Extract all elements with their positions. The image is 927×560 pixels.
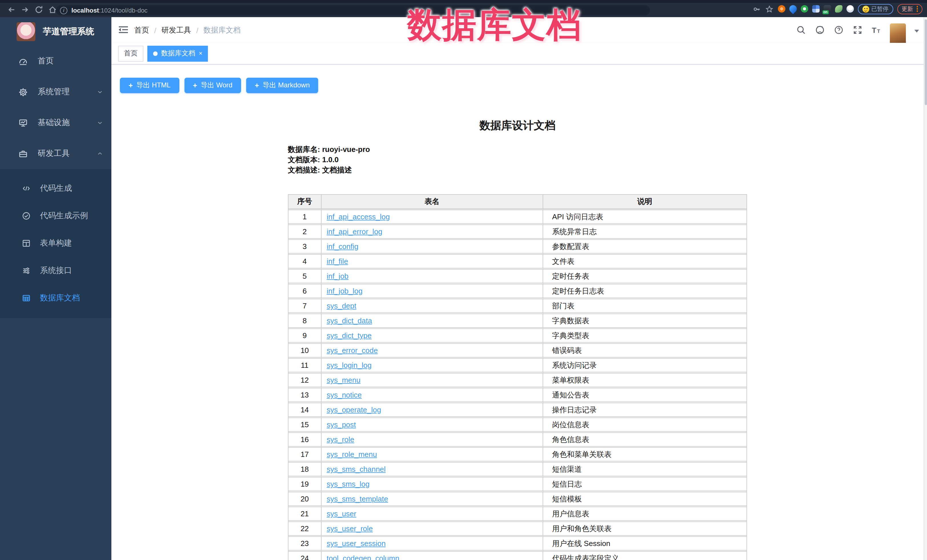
table-name-link[interactable]: sys_dept [327,302,356,310]
key-icon[interactable] [752,5,761,13]
green-leaf-extension-icon[interactable] [835,5,842,12]
address-bar[interactable]: i localhost:1024/tool/db-doc [56,5,650,15]
database-document: 数据库设计文档 数据库名: ruoyi-vue-pro 文档版本: 1.0.0 … [288,118,747,560]
reload-icon[interactable] [34,5,43,14]
table-row: 2inf_api_error_log系统异常日志 [289,225,746,240]
sidebar-item-api[interactable]: 系统接口 [0,257,111,284]
table-row: 4inf_file文件表 [289,255,746,270]
table-name-link[interactable]: inf_api_error_log [327,227,382,236]
app-logo-row[interactable]: 芋道管理系统 [0,17,111,46]
table-name-link[interactable]: sys_dict_type [327,331,372,340]
row-index-cell: 17 [289,448,322,463]
table-name-link[interactable]: sys_login_log [327,361,372,370]
table-name-link[interactable]: sys_user_session [327,539,386,548]
table-name-cell: sys_dept [322,299,543,314]
table-name-link[interactable]: sys_user [327,510,356,518]
table-name-cell: sys_notice [322,389,543,403]
plus-icon: + [255,81,259,90]
table-row: 3inf_config参数配置表 [289,240,746,255]
table-name-link[interactable]: inf_job [327,272,349,281]
sidebar-collapse-icon[interactable] [118,25,129,34]
table-name-link[interactable]: sys_role [327,435,354,444]
back-icon[interactable] [7,5,16,14]
white-puzzle-extension-icon[interactable] [846,5,854,12]
sidebar-item-codegen-demo[interactable]: 代码生成示例 [0,202,111,229]
fullscreen-icon[interactable] [852,25,862,35]
blue-grid-extension-icon[interactable] [812,5,819,12]
table-name-link[interactable]: sys_post [327,420,356,429]
browser-toolbar-right: on 已暂停 更新 [752,3,922,15]
screenshot-stage: i localhost:1024/tool/db-doc on 已暂停 更新 [0,0,927,560]
row-index-cell: 1 [289,210,322,225]
search-icon[interactable] [796,25,806,35]
table-name-link[interactable]: tool_codegen_column [327,554,399,560]
table-name-link[interactable]: sys_error_code [327,346,378,355]
table-name-link[interactable]: sys_dict_data [327,316,372,325]
sidebar-item-devtools[interactable]: 研发工具 [0,138,111,169]
doc-table-body: 1inf_api_access_logAPI 访问日志表2inf_api_err… [289,210,746,560]
table-desc-cell: API 访问日志表 [543,210,746,225]
table-row: 22sys_user_role用户和角色关联表 [289,522,746,537]
table-name-link[interactable]: sys_role_menu [327,450,377,458]
table-name-link[interactable]: sys_sms_channel [327,465,386,473]
breadcrumb-devtools[interactable]: 研发工具 [161,25,191,35]
table-name-cell: sys_sms_template [322,492,543,507]
table-desc-cell: 短信渠道 [543,463,746,478]
sidebar-item-system[interactable]: 系统管理 [0,76,111,107]
info-icon[interactable]: i [60,6,67,14]
bookmark-star-icon[interactable] [765,5,774,13]
table-name-link[interactable]: sys_sms_log [327,480,369,488]
table-name-link[interactable]: sys_user_role [327,524,373,533]
help-icon[interactable] [833,25,843,35]
paused-profile-badge[interactable]: 已暂停 [858,4,893,14]
tab-db-doc[interactable]: 数据库文档 × [147,46,208,61]
sidebar-item-label: 表单构建 [40,238,103,249]
avatar[interactable] [890,23,906,46]
breadcrumb-home[interactable]: 首页 [134,25,149,35]
table-row: 20sys_sms_template短信模板 [289,492,746,507]
forward-icon[interactable] [21,5,30,14]
font-size-icon[interactable]: TT [871,25,881,35]
breadcrumb-separator: / [154,26,156,35]
table-name-link[interactable]: sys_notice [327,391,362,399]
table-name-link[interactable]: sys_sms_template [327,495,388,503]
sidebar-item-label: 研发工具 [38,149,97,159]
table-head: 序号 表名 说明 [289,195,746,210]
table-row: 13sys_notice通知公告表 [289,389,746,403]
export-markdown-button[interactable]: +导出 Markdown [246,78,318,93]
scrollbar-thumb[interactable] [924,20,927,105]
table-name-cell: sys_menu [322,373,543,389]
table-name-cell: sys_user_session [322,537,543,552]
row-index-cell: 15 [289,418,322,433]
table-name-link[interactable]: sys_operate_log [327,405,381,414]
table-name-link[interactable]: inf_job_log [327,287,363,295]
row-index-cell: 10 [289,344,322,359]
export-word-button[interactable]: +导出 Word [184,78,241,93]
table-desc-cell: 错误码表 [543,344,746,359]
sidebar-item-codegen[interactable]: 代码生成 [0,175,111,202]
update-browser-button[interactable]: 更新 [897,4,922,14]
blue-pin-extension-icon[interactable] [788,4,798,14]
breadcrumb-separator: / [196,26,198,35]
orange-extension-icon[interactable] [778,5,785,12]
table-name-link[interactable]: inf_api_access_log [327,212,390,221]
button-label: 导出 Word [201,80,233,90]
table-desc-cell: 系统异常日志 [543,225,746,240]
dark-stack-extension-icon[interactable]: on [823,5,831,12]
table-row: 10sys_error_code错误码表 [289,344,746,359]
sidebar-item-infra[interactable]: 基础设施 [0,107,111,138]
github-icon[interactable] [815,25,825,35]
table-name-link[interactable]: sys_menu [327,376,361,384]
sidebar-item-form-builder[interactable]: 表单构建 [0,229,111,257]
browser-menu-dots-icon[interactable] [916,6,918,12]
sidebar-item-db-doc[interactable]: 数据库文档 [0,284,111,312]
tab-home[interactable]: 首页 [118,46,143,61]
table-desc-cell: 文件表 [543,255,746,270]
table-name-link[interactable]: inf_config [327,242,359,251]
close-icon[interactable]: × [199,50,202,56]
table-name-link[interactable]: inf_file [327,257,348,266]
sidebar-item-home[interactable]: 首页 [0,46,111,76]
export-html-button[interactable]: +导出 HTML [120,78,179,93]
caret-down-icon[interactable] [915,30,919,33]
green-check-extension-icon[interactable] [801,5,808,12]
